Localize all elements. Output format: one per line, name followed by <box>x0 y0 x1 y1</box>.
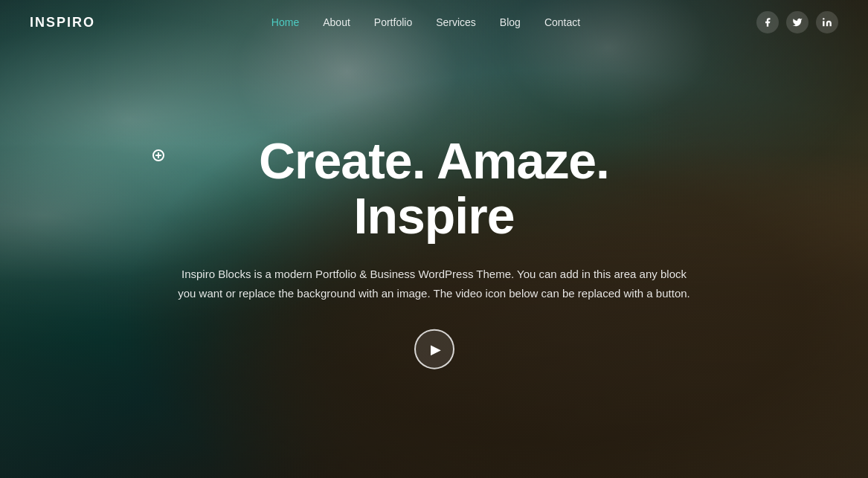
play-icon: ▶ <box>431 341 441 358</box>
hero-section: INSPIRO Home About Portfolio Services Bl… <box>0 0 868 478</box>
play-button[interactable]: ▶ <box>414 329 454 369</box>
nav-link-portfolio[interactable]: Portfolio <box>374 16 412 28</box>
social-icons <box>756 11 838 33</box>
navbar: INSPIRO Home About Portfolio Services Bl… <box>0 0 868 45</box>
nav-link-services[interactable]: Services <box>436 16 476 28</box>
nav-link-contact[interactable]: Contact <box>544 16 580 28</box>
svg-point-0 <box>823 18 824 19</box>
hero-content: Create. Amaze. Inspire Inspiro Blocks is… <box>174 132 695 369</box>
linkedin-icon[interactable] <box>816 11 838 33</box>
hero-title: Create. Amaze. Inspire <box>174 132 695 244</box>
nav-links: Home About Portfolio Services Blog Conta… <box>271 16 580 28</box>
hero-subtitle: Inspiro Blocks is a modern Portfolio & B… <box>174 265 695 303</box>
nav-link-home[interactable]: Home <box>271 16 299 28</box>
twitter-icon[interactable] <box>786 11 808 33</box>
nav-link-about[interactable]: About <box>323 16 350 28</box>
facebook-icon[interactable] <box>756 11 779 33</box>
brand-logo[interactable]: INSPIRO <box>30 15 95 30</box>
nav-link-blog[interactable]: Blog <box>500 16 521 28</box>
